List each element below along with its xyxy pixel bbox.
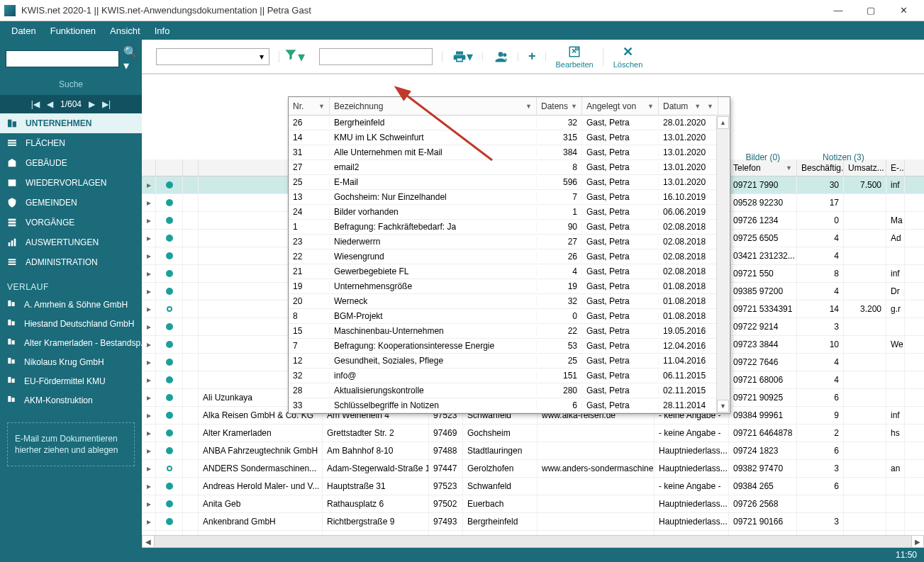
star-cell[interactable]: [183, 265, 199, 282]
dropdown-row[interactable]: 33Schlüsselbegriffe in Notizen6Gast, Pet…: [289, 398, 730, 413]
pager-next-icon[interactable]: ▶: [89, 99, 95, 109]
chevron-down-icon[interactable]: ▾: [256, 50, 267, 64]
menu-funktionen[interactable]: Funktionen: [43, 23, 103, 39]
sidebar-search-input[interactable]: [6, 50, 119, 67]
menu-ansicht[interactable]: Ansicht: [103, 23, 147, 39]
filter-icon[interactable]: ▼: [647, 103, 654, 110]
dropdown-row[interactable]: 31Alle Unternehmen mit E-Mail384Gast, Pe…: [289, 145, 730, 160]
filter-icon[interactable]: ▼: [571, 103, 577, 110]
dropdown-scrollbar[interactable]: ▲ ▼: [716, 116, 729, 412]
dropdown-row[interactable]: 19Unternehmensgröße19Gast, Petra01.08.20…: [289, 279, 730, 294]
dd-col-datens[interactable]: Datens: [541, 101, 568, 111]
recent-item[interactable]: EU-Fördermittel KMU: [0, 371, 142, 390]
dropdown-row[interactable]: 20Werneck32Gast, Petra01.08.2018: [289, 294, 730, 309]
star-cell[interactable]: [183, 478, 199, 495]
dropdown-row[interactable]: 24Bilder vorhanden1Gast, Petra06.06.2019: [289, 205, 730, 220]
star-cell[interactable]: [183, 371, 199, 388]
expander-icon[interactable]: ▸: [142, 460, 156, 477]
expander-icon[interactable]: ▸: [142, 371, 156, 388]
expander-icon[interactable]: ▸: [142, 176, 156, 193]
filter-combobox[interactable]: ▾: [156, 48, 269, 65]
minimize-button[interactable]: —: [822, 0, 855, 21]
dropdown-row[interactable]: 13Gochsheim: Nur Einzelhandel7Gast, Petr…: [289, 190, 730, 205]
star-cell[interactable]: [183, 407, 199, 424]
recent-item[interactable]: Hiestand Deutschland GmbH: [0, 314, 142, 333]
dd-col-datum[interactable]: Datum: [663, 101, 688, 111]
expander-icon[interactable]: ▸: [142, 247, 156, 264]
hscroll[interactable]: ◀ ▶: [142, 535, 924, 548]
scroll-left-icon[interactable]: ◀: [142, 535, 155, 548]
expander-icon[interactable]: ▸: [142, 265, 156, 282]
dropdown-row[interactable]: 25E-Mail596Gast, Petra13.01.2020: [289, 175, 730, 190]
star-cell[interactable]: [183, 247, 199, 264]
table-row[interactable]: ▸ANBA Fahrzeugtechnik GmbHAm Bahnhof 8-1…: [142, 442, 924, 460]
menu-daten[interactable]: Daten: [4, 23, 43, 39]
expander-icon[interactable]: ▸: [142, 513, 156, 530]
dropdown-row[interactable]: 27email28Gast, Petra13.01.2020: [289, 160, 730, 175]
expander-icon[interactable]: ▸: [142, 336, 156, 353]
dropdown-row[interactable]: 12Gesundheit, Soziales, Pflege25Gast, Pe…: [289, 354, 730, 369]
star-cell[interactable]: [183, 230, 199, 247]
filter-icon[interactable]: ▼: [525, 103, 532, 110]
expander-icon[interactable]: ▸: [142, 407, 156, 424]
expander-icon[interactable]: ▸: [142, 318, 156, 335]
dropdown-row[interactable]: 21Gewerbegebiete FL4Gast, Petra02.08.201…: [289, 264, 730, 279]
pager-first-icon[interactable]: |◀: [31, 99, 40, 109]
star-cell[interactable]: [183, 389, 199, 406]
dropdown-row[interactable]: 23Niederwerrn27Gast, Petra02.08.2018: [289, 235, 730, 249]
recent-item[interactable]: Alter Kramerladen - Bestandsp...: [0, 333, 142, 352]
toolbar-search-input[interactable]: [319, 48, 433, 65]
recent-item[interactable]: AKM-Konstruktion: [0, 390, 142, 410]
dd-col-nr[interactable]: Nr.: [293, 101, 304, 111]
expander-icon[interactable]: ▸: [142, 283, 156, 300]
delete-icon[interactable]: ✕: [623, 45, 633, 59]
star-cell[interactable]: [183, 442, 199, 459]
pager-last-icon[interactable]: ▶|: [102, 99, 111, 109]
expander-icon[interactable]: ▸: [142, 389, 156, 406]
star-cell[interactable]: [183, 354, 199, 371]
filter-icon[interactable]: ▼: [694, 103, 701, 110]
email-dropzone[interactable]: E-Mail zum Dokumentieren hierher ziehen …: [7, 422, 135, 466]
table-row[interactable]: ▸ANDERS Sondermaschinen...Adam-Stegerwal…: [142, 460, 924, 478]
expander-icon[interactable]: ▸: [142, 230, 156, 247]
recent-item[interactable]: A. Amrhein & Söhne GmbH: [0, 295, 142, 314]
table-row[interactable]: ▸Anita GebRathausplatz 697502EuerbachHau…: [142, 495, 924, 513]
sidebar-item-gemeinden[interactable]: GEMEINDEN: [0, 193, 142, 213]
star-cell[interactable]: [183, 495, 199, 512]
dd-col-bez[interactable]: Bezeichnung: [334, 101, 383, 111]
pager-prev-icon[interactable]: ◀: [47, 99, 53, 109]
dropdown-row[interactable]: 7Befragung: Kooperationsinteresse Energi…: [289, 339, 730, 354]
star-cell[interactable]: [183, 513, 199, 530]
expander-icon[interactable]: ▸: [142, 442, 156, 459]
sidebar-item-gebaeude[interactable]: GEBÄUDE: [0, 153, 142, 173]
expander-icon[interactable]: ▸: [142, 495, 156, 512]
expander-icon[interactable]: ▸: [142, 354, 156, 371]
table-row[interactable]: ▸Ankenbrand GmbHRichtbergstraße 997493Be…: [142, 513, 924, 531]
dropdown-row[interactable]: 8BGM-Projekt0Gast, Petra01.08.2018: [289, 309, 730, 324]
star-cell[interactable]: [183, 283, 199, 300]
menu-info[interactable]: Info: [147, 23, 177, 39]
star-cell[interactable]: [183, 176, 199, 193]
star-cell[interactable]: [183, 194, 199, 211]
sidebar-item-administration[interactable]: ADMINISTRATION: [0, 252, 142, 272]
recent-item[interactable]: Nikolaus Krug GmbH: [0, 352, 142, 371]
scroll-down-icon[interactable]: ▼: [717, 400, 729, 412]
edit-icon[interactable]: [568, 45, 581, 59]
maximize-button[interactable]: ▢: [855, 0, 887, 21]
expander-icon[interactable]: ▸: [142, 300, 156, 317]
tab-3[interactable]: Bilder (0): [745, 152, 780, 162]
dropdown-row[interactable]: 15Maschinenbau-Unternehmen22Gast, Petra1…: [289, 324, 730, 339]
star-cell[interactable]: [183, 460, 199, 477]
expander-icon[interactable]: ▸: [142, 425, 156, 442]
dropdown-row[interactable]: 1Befragung: Fachkräftebedarf: Ja90Gast, …: [289, 220, 730, 235]
star-cell[interactable]: [183, 300, 199, 317]
dropdown-body[interactable]: 26Bergrheinfeld32Gast, Petra28.01.202014…: [289, 116, 730, 413]
dropdown-row[interactable]: 14KMU im LK Schweinfurt315Gast, Petra13.…: [289, 130, 730, 145]
sidebar-item-auswertungen[interactable]: AUSWERTUNGEN: [0, 232, 142, 252]
scroll-right-icon[interactable]: ▶: [911, 535, 924, 548]
dropdown-row[interactable]: 28Aktualisierungskontrolle280Gast, Petra…: [289, 383, 730, 398]
star-cell[interactable]: [183, 336, 199, 353]
expander-icon[interactable]: ▸: [142, 478, 156, 495]
filter-icon[interactable]: ▼: [707, 103, 713, 110]
sidebar-item-unternehmen[interactable]: UNTERNEHMEN: [0, 113, 142, 133]
